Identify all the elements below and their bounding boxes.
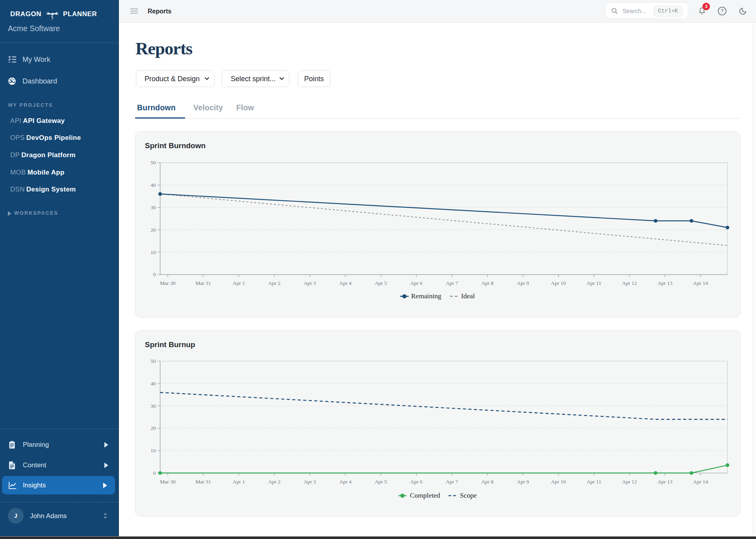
svg-text:Mar 31: Mar 31 — [196, 280, 211, 286]
svg-text:Apr 14: Apr 14 — [693, 280, 708, 286]
svg-text:50: 50 — [150, 358, 156, 364]
svg-text:Apr 11: Apr 11 — [587, 479, 601, 485]
svg-text:Apr 12: Apr 12 — [622, 280, 637, 286]
svg-text:10: 10 — [150, 448, 156, 454]
svg-text:Apr 5: Apr 5 — [375, 280, 387, 286]
svg-text:Apr 13: Apr 13 — [658, 280, 673, 286]
svg-text:Apr 9: Apr 9 — [517, 479, 529, 485]
svg-text:Apr 7: Apr 7 — [446, 479, 458, 485]
svg-text:0: 0 — [153, 470, 156, 476]
svg-text:Apr 1: Apr 1 — [233, 479, 245, 485]
svg-text:Ideal: Ideal — [461, 292, 475, 300]
svg-text:Apr 10: Apr 10 — [551, 479, 566, 485]
svg-text:Apr 4: Apr 4 — [339, 479, 351, 485]
svg-text:Apr 10: Apr 10 — [551, 280, 566, 286]
svg-text:Remaining: Remaining — [411, 292, 441, 300]
svg-text:30: 30 — [150, 204, 156, 210]
svg-text:Apr 2: Apr 2 — [268, 280, 280, 286]
svg-text:20: 20 — [150, 425, 156, 431]
svg-text:Apr 6: Apr 6 — [410, 479, 422, 485]
svg-text:10: 10 — [150, 249, 156, 255]
svg-text:Apr 8: Apr 8 — [481, 280, 493, 286]
svg-text:Mar 31: Mar 31 — [196, 479, 211, 485]
svg-text:Mar 30: Mar 30 — [160, 280, 176, 286]
svg-text:Apr 13: Apr 13 — [658, 479, 673, 485]
svg-text:Apr 4: Apr 4 — [339, 280, 351, 286]
svg-text:50: 50 — [150, 160, 156, 165]
svg-text:?: ? — [721, 8, 724, 14]
svg-text:Apr 1: Apr 1 — [233, 280, 245, 286]
svg-text:40: 40 — [150, 182, 156, 188]
svg-text:Apr 11: Apr 11 — [587, 280, 601, 286]
svg-text:Apr 2: Apr 2 — [268, 479, 280, 485]
svg-text:0: 0 — [153, 271, 156, 277]
svg-text:Apr 12: Apr 12 — [622, 479, 637, 485]
svg-text:40: 40 — [150, 381, 156, 387]
svg-text:Apr 8: Apr 8 — [481, 479, 493, 485]
svg-text:Apr 7: Apr 7 — [446, 280, 458, 286]
svg-text:30: 30 — [150, 403, 156, 409]
svg-text:Apr 9: Apr 9 — [517, 280, 529, 286]
svg-text:Mar 30: Mar 30 — [160, 479, 176, 485]
svg-text:Apr 14: Apr 14 — [693, 479, 708, 485]
svg-text:Apr 6: Apr 6 — [410, 280, 422, 286]
svg-text:Apr 3: Apr 3 — [304, 479, 316, 485]
svg-text:Scope: Scope — [460, 491, 477, 499]
svg-text:20: 20 — [150, 227, 156, 233]
svg-text:Apr 3: Apr 3 — [304, 280, 316, 286]
svg-text:Completed: Completed — [410, 491, 440, 499]
svg-text:Apr 5: Apr 5 — [375, 479, 387, 485]
